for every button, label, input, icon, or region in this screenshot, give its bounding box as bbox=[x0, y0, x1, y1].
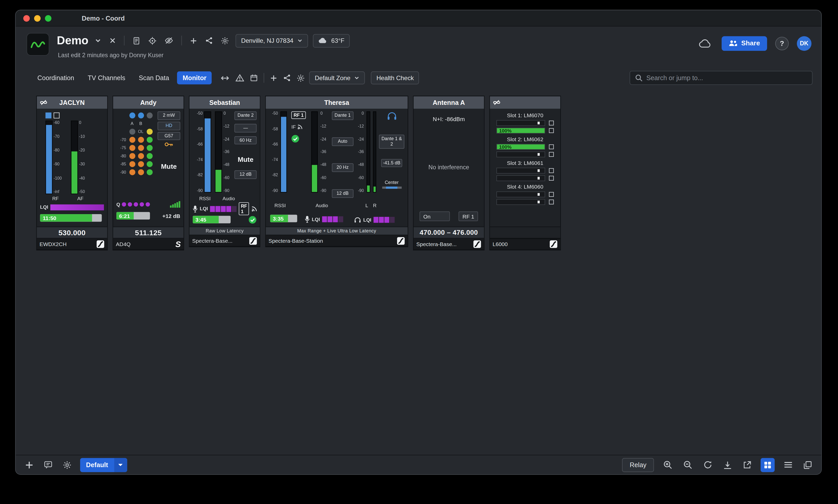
list-view-button[interactable] bbox=[782, 460, 794, 470]
card-header[interactable]: Antenna A bbox=[414, 96, 484, 109]
tab-coordination[interactable]: Coordination bbox=[32, 71, 80, 84]
slot-checkbox[interactable] bbox=[549, 176, 554, 181]
share-button[interactable]: Share bbox=[722, 36, 767, 51]
frequency-row[interactable]: 511.125 bbox=[113, 227, 184, 238]
download-button[interactable] bbox=[722, 459, 734, 471]
monitor-card-theresa[interactable]: Theresa -50 -58 -66 -74 -82 -90 RF 1 bbox=[265, 95, 408, 247]
layout-selector[interactable]: Default bbox=[80, 458, 127, 472]
zoom-in-button[interactable] bbox=[662, 458, 674, 471]
channel-name: Sebastian bbox=[209, 99, 240, 106]
battery-indicator: 6:21 bbox=[116, 212, 150, 219]
monitor-card-sebastian[interactable]: Sebastian -50 -58 -66 -74 -82 -90 0 bbox=[189, 95, 260, 247]
visibility-toggle-button[interactable] bbox=[163, 35, 175, 46]
charger-slot: Slot 2: LM6062 100% bbox=[496, 136, 554, 158]
card-header[interactable]: Sebastian bbox=[189, 96, 260, 109]
add-zone-button[interactable] bbox=[269, 73, 279, 83]
battery-indicator: 3:35 bbox=[270, 215, 297, 222]
zone-selector-label: Default Zone bbox=[315, 75, 350, 81]
slot-checkbox[interactable] bbox=[549, 192, 554, 197]
notes-button[interactable] bbox=[42, 459, 54, 470]
help-button[interactable]: ? bbox=[775, 37, 789, 50]
people-icon bbox=[729, 40, 738, 47]
card-body: -50 -58 -66 -74 -82 -90 RF 1 IF bbox=[266, 109, 408, 227]
project-dropdown-button[interactable] bbox=[93, 36, 103, 46]
layers-button[interactable] bbox=[802, 459, 814, 471]
scale-tick: -75 bbox=[116, 146, 128, 150]
group-badge: G57 bbox=[158, 132, 180, 140]
pan-control[interactable]: Center bbox=[379, 180, 404, 189]
add-button[interactable] bbox=[189, 35, 199, 46]
scale-tick: -50 bbox=[197, 111, 203, 115]
slot-checkbox[interactable] bbox=[549, 128, 554, 133]
card-header[interactable]: Theresa bbox=[266, 96, 408, 109]
monitor-card-jaclyn[interactable]: JACLYN -60 -70 -80 -90 -100 bbox=[36, 95, 108, 250]
frequency-row[interactable]: 530.000 bbox=[37, 227, 107, 238]
report-button[interactable] bbox=[131, 35, 142, 46]
antenna-power-toggle[interactable]: On bbox=[420, 212, 450, 221]
cloud-sync-button[interactable] bbox=[697, 37, 714, 50]
antenna-rf-selector[interactable]: RF 1 bbox=[459, 212, 478, 221]
share-zone-button[interactable] bbox=[282, 72, 293, 83]
card-header[interactable] bbox=[490, 96, 560, 109]
channel-name: Andy bbox=[140, 99, 156, 106]
weather-widget[interactable]: 63°F bbox=[313, 34, 350, 47]
audio-meter-label: Audio bbox=[222, 196, 235, 203]
scan-button[interactable] bbox=[147, 35, 158, 46]
spectrum-range-button[interactable] bbox=[219, 73, 232, 83]
refresh-button[interactable] bbox=[702, 459, 714, 470]
monitor-card-andy[interactable]: Andy AB OL -70 -75 -80 -85 -90 2 mW bbox=[113, 95, 184, 250]
scale-tick: -36 bbox=[223, 150, 233, 154]
share-button-label: Share bbox=[741, 39, 760, 47]
avatar[interactable]: DK bbox=[797, 36, 812, 51]
open-external-button[interactable] bbox=[741, 459, 753, 471]
health-check-button[interactable]: Health Check bbox=[371, 71, 419, 84]
schedule-button[interactable] bbox=[249, 72, 259, 83]
alerts-button[interactable] bbox=[234, 72, 246, 83]
card-header[interactable]: JACLYN bbox=[37, 96, 107, 109]
zone-settings-button[interactable] bbox=[295, 72, 307, 84]
monitor-card-antenna-a[interactable]: Antenna A N+I: -86dBm No interference On… bbox=[413, 95, 484, 250]
frequency-range-row[interactable]: 470.000 – 476.000 bbox=[414, 227, 484, 238]
device-row: L6000 bbox=[490, 239, 560, 249]
relay-button[interactable]: Relay bbox=[622, 458, 654, 472]
pan-slider[interactable] bbox=[382, 187, 401, 189]
chevron-down-icon bbox=[354, 75, 360, 80]
settings-button[interactable] bbox=[220, 35, 231, 46]
close-window-button[interactable] bbox=[23, 15, 30, 21]
app-window: Demo - Coord Demo Denville, NJ 07834 bbox=[15, 10, 822, 475]
list-view-icon bbox=[784, 461, 792, 468]
share-project-button[interactable] bbox=[204, 35, 215, 46]
charge-bar bbox=[496, 120, 545, 126]
sennheiser-logo bbox=[96, 240, 104, 248]
slot-checkbox[interactable] bbox=[549, 199, 554, 204]
device-name: AD4Q bbox=[116, 241, 131, 247]
status-led bbox=[147, 153, 153, 159]
battery-indicator: 3:45 bbox=[193, 216, 230, 223]
view-settings-button[interactable] bbox=[61, 459, 73, 471]
zone-selector[interactable]: Default Zone bbox=[309, 71, 365, 84]
card-header[interactable]: Andy bbox=[113, 96, 184, 109]
tab-monitor[interactable]: Monitor bbox=[177, 71, 212, 84]
add-device-button[interactable] bbox=[23, 459, 35, 471]
grid-view-button[interactable] bbox=[760, 458, 775, 472]
rf-led bbox=[129, 169, 135, 175]
minimize-window-button[interactable] bbox=[34, 15, 40, 21]
divider bbox=[264, 73, 264, 83]
sennheiser-logo bbox=[397, 236, 405, 245]
zoom-window-button[interactable] bbox=[45, 15, 51, 21]
slot-checkbox[interactable] bbox=[549, 144, 554, 149]
close-project-button[interactable] bbox=[108, 36, 118, 46]
slot-checkbox[interactable] bbox=[549, 121, 554, 125]
search-input[interactable] bbox=[646, 74, 807, 82]
antenna-b-label: B bbox=[139, 121, 142, 126]
monitor-card-charger[interactable]: Slot 1: LM6070 100% Slot 2: LM6062 100% … bbox=[490, 95, 561, 250]
slot-checkbox[interactable] bbox=[549, 168, 554, 173]
tab-scan-data[interactable]: Scan Data bbox=[133, 71, 175, 84]
rf-meter: -60 -70 -80 -90 -100 -inf RF bbox=[46, 113, 66, 201]
hd-mode-badge: HD bbox=[158, 122, 180, 130]
slot-checkbox[interactable] bbox=[549, 152, 554, 157]
zoom-out-button[interactable] bbox=[682, 458, 694, 471]
location-selector[interactable]: Denville, NJ 07834 bbox=[236, 34, 308, 47]
device-row: Spectera-Base-Station bbox=[266, 235, 408, 246]
tab-tv-channels[interactable]: TV Channels bbox=[82, 71, 131, 84]
